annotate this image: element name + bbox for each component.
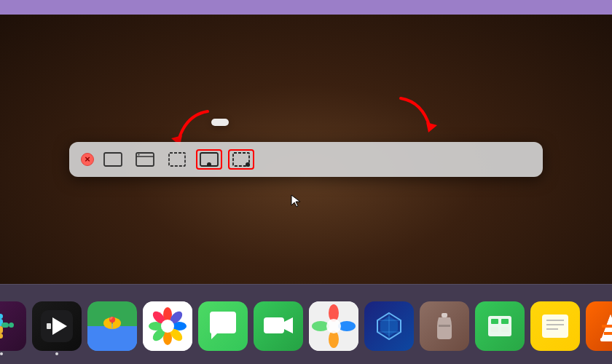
svg-rect-21 [47, 323, 51, 329]
dock-item-videolan[interactable] [586, 301, 612, 351]
svg-rect-61 [602, 325, 612, 328]
svg-point-44 [326, 319, 341, 333]
dock-item-maps[interactable]: 📍 [87, 301, 137, 351]
svg-rect-24 [87, 326, 137, 351]
svg-rect-17 [1, 323, 9, 328]
svg-marker-38 [284, 317, 293, 333]
dock-item-messages[interactable] [198, 301, 248, 351]
svg-rect-52 [501, 319, 509, 324]
record-selection-icon[interactable] [228, 149, 254, 170]
fullscreen-icon[interactable] [100, 149, 126, 170]
dock-item-photos[interactable] [143, 301, 192, 351]
window-icon[interactable] [132, 149, 158, 170]
record-button[interactable] [519, 157, 531, 162]
dock-dot [55, 352, 58, 355]
dock-item-notes[interactable] [530, 301, 580, 351]
svg-rect-55 [542, 314, 568, 338]
svg-point-5 [138, 154, 140, 156]
svg-rect-12 [0, 314, 3, 319]
svg-rect-6 [169, 153, 185, 166]
svg-rect-14 [0, 333, 3, 339]
svg-rect-13 [9, 323, 14, 328]
svg-point-8 [207, 162, 211, 167]
svg-point-10 [246, 162, 250, 167]
options-button[interactable] [499, 157, 514, 162]
close-button[interactable] [81, 153, 94, 166]
svg-text:📍: 📍 [105, 316, 119, 330]
dock-item-slack[interactable] [0, 301, 26, 351]
screenshot-toolbar [69, 142, 543, 177]
record-entire-screen-icon[interactable] [196, 149, 222, 170]
svg-rect-48 [442, 313, 447, 317]
dock-item-pixelmator[interactable] [364, 301, 414, 351]
svg-rect-51 [491, 319, 498, 324]
dock-item-photos2[interactable] [309, 301, 358, 351]
svg-rect-53 [491, 327, 498, 332]
selection-icon[interactable] [164, 149, 190, 170]
svg-rect-2 [104, 153, 122, 166]
svg-rect-49 [439, 325, 450, 327]
tooltip [211, 119, 229, 126]
svg-rect-62 [604, 332, 612, 335]
dock-dot [0, 352, 3, 355]
dock-item-final-cut-pro[interactable] [32, 301, 82, 351]
svg-rect-18 [0, 326, 3, 333]
svg-point-36 [161, 320, 174, 333]
dock-item-numbers[interactable] [475, 301, 525, 351]
svg-rect-54 [501, 327, 509, 332]
arrow-right-icon [379, 95, 452, 138]
dock-item-audirvana[interactable] [420, 301, 469, 351]
mouse-cursor [290, 194, 302, 208]
dock-item-facetime[interactable] [254, 301, 303, 351]
svg-marker-1 [426, 122, 437, 132]
dock: 📍 [0, 284, 612, 364]
svg-rect-37 [264, 317, 284, 333]
svg-rect-63 [600, 338, 612, 341]
